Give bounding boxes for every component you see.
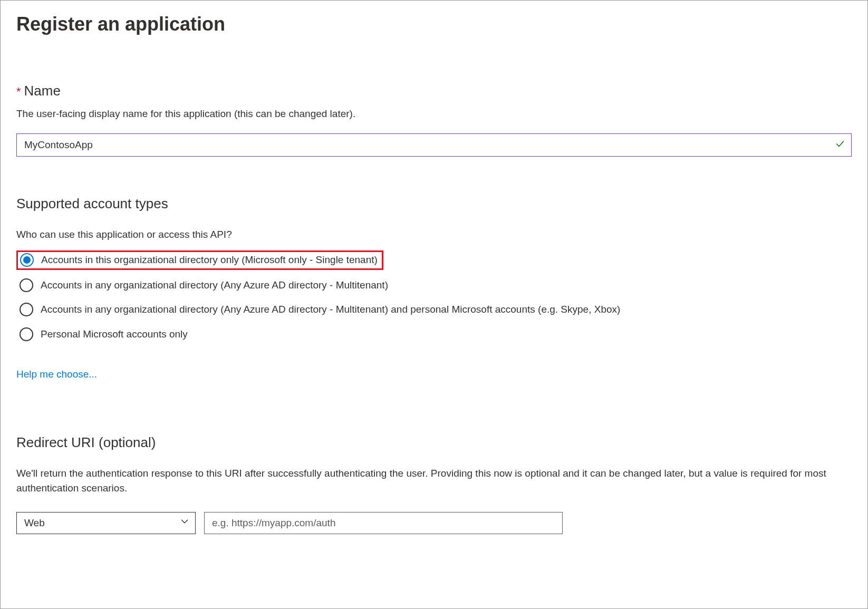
required-asterisk: *: [16, 83, 21, 100]
radio-icon: [20, 253, 34, 267]
name-input-wrap: [16, 133, 852, 157]
register-application-form: Register an application * Name The user-…: [0, 0, 868, 609]
account-types-heading: Supported account types: [16, 194, 852, 214]
account-types-radio-group: Accounts in this organizational director…: [16, 250, 852, 343]
radio-label: Accounts in any organizational directory…: [41, 302, 620, 317]
radio-label: Accounts in this organizational director…: [41, 253, 378, 268]
radio-label: Personal Microsoft accounts only: [41, 327, 188, 342]
name-label-row: * Name: [16, 81, 852, 101]
radio-icon: [20, 278, 33, 292]
platform-select-wrap: Web: [16, 512, 196, 534]
radio-option-personal-only[interactable]: Personal Microsoft accounts only: [16, 325, 191, 344]
help-me-choose-link[interactable]: Help me choose...: [16, 369, 97, 380]
radio-label: Accounts in any organizational directory…: [41, 278, 388, 293]
name-description: The user-facing display name for this ap…: [16, 107, 852, 122]
radio-icon: [20, 327, 33, 341]
name-label: Name: [24, 81, 61, 101]
redirect-uri-description: We'll return the authentication response…: [16, 466, 852, 496]
platform-select[interactable]: Web: [16, 512, 196, 534]
radio-dot-icon: [23, 256, 31, 264]
redirect-uri-section: Redirect URI (optional) We'll return the…: [16, 432, 852, 534]
redirect-uri-input[interactable]: [204, 512, 563, 534]
redirect-uri-row: Web: [16, 512, 852, 534]
radio-option-single-tenant[interactable]: Accounts in this organizational director…: [16, 250, 383, 270]
name-field-section: * Name The user-facing display name for …: [16, 81, 852, 157]
radio-icon: [20, 303, 33, 316]
name-input[interactable]: [16, 133, 852, 157]
account-types-section: Supported account types Who can use this…: [16, 194, 852, 382]
redirect-uri-heading: Redirect URI (optional): [16, 432, 852, 453]
radio-option-multitenant-personal[interactable]: Accounts in any organizational directory…: [16, 301, 623, 319]
radio-option-multitenant[interactable]: Accounts in any organizational directory…: [16, 276, 391, 295]
page-title: Register an application: [16, 10, 852, 38]
account-types-subtext: Who can use this application or access t…: [16, 227, 852, 243]
